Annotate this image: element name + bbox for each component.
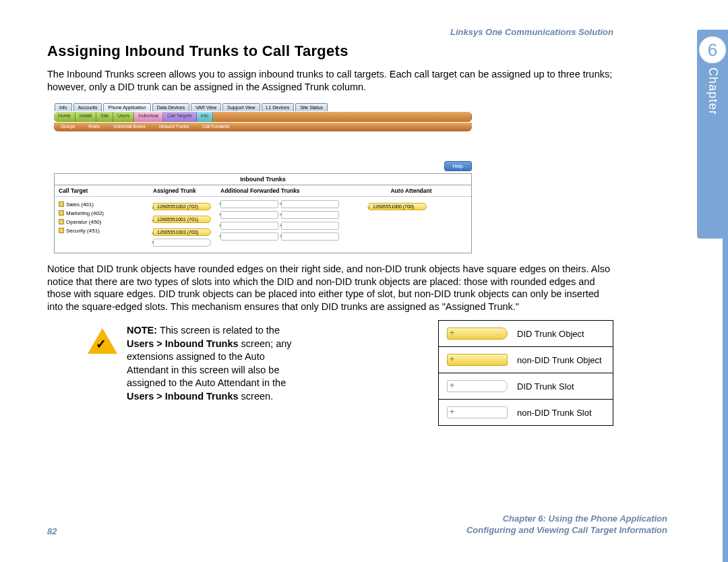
assigned-trunk-slot[interactable] bbox=[153, 239, 211, 247]
subnav-roles[interactable]: Roles bbox=[82, 123, 107, 131]
tab-l1-devices[interactable]: L1 Devices bbox=[262, 103, 295, 111]
subnav-call-forwards[interactable]: Call Forwards bbox=[195, 123, 236, 131]
trunk-legend: DID Trunk Object non-DID Trunk Object DI… bbox=[438, 320, 613, 426]
chapter-number-badge: 6 bbox=[699, 36, 726, 63]
target-icon bbox=[59, 219, 64, 224]
nav-site[interactable]: Site bbox=[96, 112, 113, 122]
additional-trunk-slot[interactable] bbox=[220, 211, 278, 219]
did-trunk-slot-icon bbox=[447, 380, 508, 392]
nav-info[interactable]: Info bbox=[197, 112, 214, 122]
did-trunk-object-icon bbox=[447, 327, 508, 340]
explanation-paragraph: Notice that DID trunk objects have round… bbox=[47, 263, 613, 313]
tab-support-view[interactable]: Support View bbox=[222, 103, 260, 111]
inbound-trunks-panel: Inbound Trunks Call Target Assigned Trun… bbox=[54, 173, 472, 253]
panel-title: Inbound Trunks bbox=[55, 174, 471, 185]
call-target-row: Operator (450) bbox=[59, 219, 153, 225]
tab-site-status[interactable]: Site Status bbox=[295, 103, 328, 111]
help-button[interactable]: Help bbox=[444, 161, 472, 171]
nav-install[interactable]: Install bbox=[75, 112, 96, 122]
col-auto-attendant: Auto Attendant bbox=[355, 187, 467, 194]
additional-trunk-slot[interactable] bbox=[220, 222, 278, 230]
col-additional-trunks: Additional Forwarded Trunks bbox=[220, 187, 355, 194]
additional-trunk-slot[interactable] bbox=[281, 222, 339, 230]
nav-spacer bbox=[213, 112, 472, 122]
chapter-side-tab: 6 Chapter bbox=[697, 30, 728, 239]
top-tabs: Info Accounts Phone Application Data Dev… bbox=[54, 103, 472, 111]
additional-trunk-slot[interactable] bbox=[220, 200, 278, 208]
call-target-row: Sales (401) bbox=[59, 201, 153, 208]
assigned-trunk-chip[interactable]: 12905551003 (703) bbox=[153, 228, 211, 236]
nav-users[interactable]: Users bbox=[113, 112, 134, 122]
app-screenshot: Info Accounts Phone Application Data Dev… bbox=[54, 103, 472, 253]
additional-trunk-slot[interactable] bbox=[281, 200, 339, 208]
subnav-groups[interactable]: Groups bbox=[54, 123, 82, 131]
side-stripe bbox=[723, 239, 728, 562]
tab-accounts[interactable]: Accounts bbox=[73, 103, 102, 111]
warning-triangle-icon bbox=[88, 328, 117, 354]
non-did-trunk-slot-icon bbox=[447, 406, 508, 418]
nav-home[interactable]: Home bbox=[54, 112, 75, 122]
nav-bar: Home Install Site Users Individual Call … bbox=[54, 112, 472, 122]
tab-info[interactable]: Info bbox=[55, 103, 72, 111]
page-number: 82 bbox=[47, 526, 57, 536]
tab-phone-application[interactable]: Phone Application bbox=[103, 103, 150, 111]
additional-trunk-slot[interactable] bbox=[281, 211, 339, 219]
subnav-inbound-trunks[interactable]: Inbound Trunks bbox=[152, 123, 196, 131]
nav-individual[interactable]: Individual bbox=[134, 112, 163, 122]
footer-chapter-info: Chapter 6: Using the Phone Application C… bbox=[466, 513, 667, 536]
page-title: Assigning Inbound Trunks to Call Targets bbox=[47, 42, 613, 60]
intro-paragraph: The Inbound Trunks screen allows you to … bbox=[47, 68, 613, 94]
chapter-label-vertical: Chapter bbox=[706, 67, 720, 115]
col-call-target: Call Target bbox=[59, 187, 153, 194]
assigned-trunk-chip[interactable]: 12905551002 (702) bbox=[153, 203, 211, 210]
nav-call-targets[interactable]: Call Targets bbox=[163, 112, 197, 122]
call-target-row: Marketing (402) bbox=[59, 210, 153, 216]
assigned-trunk-chip[interactable]: 12905551001 (701) bbox=[153, 216, 211, 223]
note-block: NOTE: This screen is related to the User… bbox=[88, 324, 295, 403]
call-target-row: Security (451) bbox=[59, 228, 153, 234]
additional-trunk-slot[interactable] bbox=[220, 232, 278, 241]
tab-var-view[interactable]: VAR View bbox=[191, 103, 221, 111]
product-header: Linksys One Communications Solution bbox=[47, 27, 613, 37]
target-icon bbox=[59, 201, 64, 207]
target-icon bbox=[59, 228, 64, 233]
auto-attendant-chip[interactable]: 12905551000 (700) bbox=[369, 203, 427, 210]
sub-nav-bar: Groups Roles Voicemail Boxes Inbound Tru… bbox=[54, 123, 472, 131]
non-did-trunk-object-icon bbox=[447, 354, 508, 366]
tab-data-devices[interactable]: Data Devices bbox=[152, 103, 190, 111]
target-icon bbox=[59, 210, 64, 216]
subnav-voicemail[interactable]: Voicemail Boxes bbox=[107, 123, 152, 131]
additional-trunk-slot[interactable] bbox=[281, 232, 339, 241]
col-assigned-trunk: Assigned Trunk bbox=[153, 187, 220, 194]
note-text: NOTE: This screen is related to the User… bbox=[127, 324, 295, 403]
